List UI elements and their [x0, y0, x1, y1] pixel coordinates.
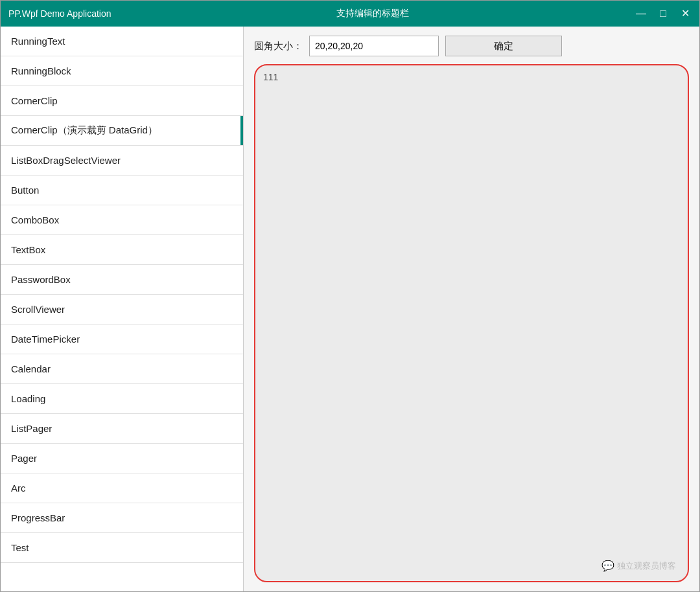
close-button[interactable]: ✕ — [679, 8, 692, 19]
watermark: 💬 独立观察员博客 — [601, 560, 676, 572]
sidebar-item[interactable]: ProgressBar — [1, 503, 243, 533]
panel-header: 111 — [263, 72, 680, 82]
sidebar-item[interactable]: Loading — [1, 384, 243, 414]
sidebar-item[interactable]: RunningText — [1, 27, 243, 56]
window-controls: — □ ✕ — [635, 8, 692, 19]
sidebar-item[interactable]: TextBox — [1, 235, 243, 265]
sidebar: RunningTextRunningBlockCornerClipCornerC… — [1, 27, 244, 591]
maximize-button[interactable]: □ — [657, 8, 670, 19]
sidebar-item[interactable]: Pager — [1, 444, 243, 473]
sidebar-item[interactable]: ScrollViewer — [1, 295, 243, 324]
watermark-icon: 💬 — [601, 560, 614, 572]
sidebar-item[interactable]: Arc — [1, 473, 243, 503]
sidebar-item[interactable]: CornerClip — [1, 86, 243, 116]
sidebar-item[interactable]: Button — [1, 176, 243, 205]
sidebar-item[interactable]: Calendar — [1, 354, 243, 384]
sidebar-item[interactable]: DateTimePicker — [1, 324, 243, 354]
app-name: PP.Wpf Demo Application — [8, 8, 111, 19]
content-panel: 111 💬 独立观察员博客 — [254, 64, 689, 582]
sidebar-item[interactable]: ListBoxDragSelectViewer — [1, 146, 243, 176]
content-area: 圆角大小： 确定 111 💬 独立观察员博客 — [244, 27, 699, 591]
app-window: PP.Wpf Demo Application 支持编辑的标题栏 — □ ✕ R… — [0, 0, 700, 592]
sidebar-item[interactable]: ListPager — [1, 414, 243, 444]
sidebar-item[interactable]: RunningBlock — [1, 56, 243, 86]
watermark-text: 独立观察员博客 — [617, 560, 676, 572]
content-toolbar: 圆角大小： 确定 — [254, 36, 689, 56]
confirm-button[interactable]: 确定 — [445, 36, 562, 56]
corner-size-input[interactable] — [309, 36, 439, 56]
sidebar-item[interactable]: PasswordBox — [1, 265, 243, 295]
window-title[interactable]: 支持编辑的标题栏 — [111, 8, 635, 19]
sidebar-item[interactable]: ComboBox — [1, 205, 243, 235]
corner-size-label: 圆角大小： — [254, 40, 303, 52]
title-bar: PP.Wpf Demo Application 支持编辑的标题栏 — □ ✕ — [1, 1, 699, 27]
sidebar-item[interactable]: Test — [1, 533, 243, 563]
window-body: RunningTextRunningBlockCornerClipCornerC… — [1, 27, 699, 591]
minimize-button[interactable]: — — [635, 8, 648, 19]
sidebar-item[interactable]: CornerClip（演示裁剪 DataGrid） — [1, 116, 243, 146]
